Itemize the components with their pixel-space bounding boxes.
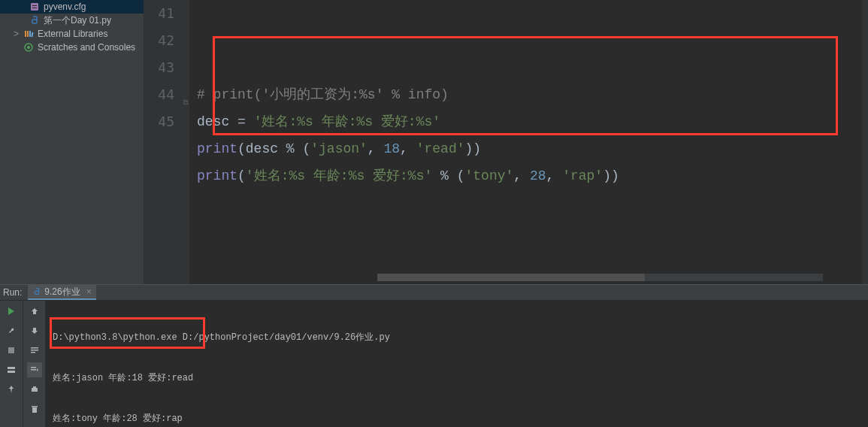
tree-item-label: pyvenv.cfg bbox=[44, 2, 86, 12]
code-token: 'read' bbox=[416, 141, 465, 156]
line-number: 41 bbox=[144, 0, 174, 27]
svg-rect-0 bbox=[31, 3, 38, 11]
code-token: # bbox=[197, 87, 213, 102]
svg-rect-16 bbox=[31, 369, 36, 371]
wrench-icon[interactable] bbox=[4, 323, 19, 338]
code-token: , bbox=[513, 168, 530, 183]
tree-item-pyvenv[interactable]: pyvenv.cfg bbox=[0, 0, 144, 14]
code-line[interactable]: print(desc % ('jason', 18, 'read')) bbox=[197, 135, 862, 162]
code-token: print bbox=[197, 168, 237, 183]
run-header-label: Run: bbox=[3, 287, 22, 298]
code-token: ('小明的工资为:%s' % info) bbox=[254, 87, 449, 102]
svg-rect-19 bbox=[32, 407, 37, 413]
tree-item-scratches[interactable]: Scratches and Consoles bbox=[0, 41, 144, 54]
svg-rect-9 bbox=[8, 347, 14, 353]
close-tab-icon[interactable]: × bbox=[86, 286, 92, 297]
svg-rect-20 bbox=[32, 406, 38, 407]
expand-arrow-icon: > bbox=[14, 29, 21, 39]
svg-rect-14 bbox=[31, 352, 35, 353]
scrollbar-thumb[interactable] bbox=[377, 274, 645, 281]
run-toolbar-secondary bbox=[23, 301, 45, 427]
code-token: , bbox=[400, 141, 416, 156]
svg-rect-3 bbox=[25, 31, 26, 37]
code-token: 'tony' bbox=[464, 168, 513, 183]
code-token: print bbox=[197, 141, 237, 156]
horizontal-scrollbar[interactable] bbox=[377, 274, 823, 281]
code-token: (desc bbox=[237, 141, 286, 156]
output-line: 姓名:jason 年龄:18 爱好:read bbox=[53, 371, 860, 385]
scratches-icon bbox=[23, 42, 35, 53]
command-line: D:\python3.8\python.exe D:/pythonProject… bbox=[53, 331, 860, 344]
up-arrow-icon[interactable] bbox=[27, 304, 42, 319]
code-token: % ( bbox=[286, 141, 310, 156]
svg-rect-1 bbox=[32, 5, 37, 6]
svg-rect-13 bbox=[31, 350, 38, 351]
svg-rect-6 bbox=[31, 32, 33, 37]
line-number-gutter: 41 42 43 44 45 bbox=[144, 0, 189, 284]
code-token: , bbox=[546, 168, 563, 183]
run-toolbar-primary bbox=[0, 301, 23, 427]
svg-point-8 bbox=[27, 46, 30, 49]
code-line[interactable]: print('姓名:%s 年龄:%s 爱好:%s' % ('tony', 28,… bbox=[197, 162, 862, 189]
code-token: )) bbox=[465, 141, 482, 156]
svg-rect-17 bbox=[32, 388, 38, 392]
fold-marker-icon[interactable]: ⊟ bbox=[183, 89, 192, 98]
svg-rect-18 bbox=[33, 386, 36, 388]
config-file-icon bbox=[29, 2, 41, 12]
run-panel-header: Run: 9.26作业 × bbox=[0, 284, 868, 301]
code-line[interactable] bbox=[197, 189, 862, 217]
code-token: print bbox=[213, 87, 254, 102]
line-number: 44 bbox=[144, 81, 174, 108]
code-content[interactable]: ⊟# print('小明的工资为:%s' % info)desc = '姓名:%… bbox=[189, 0, 862, 284]
tree-item-label: External Libraries bbox=[38, 29, 107, 39]
svg-rect-11 bbox=[8, 371, 15, 373]
svg-rect-10 bbox=[8, 367, 15, 369]
output-line: 姓名:tony 年龄:28 爱好:rap bbox=[53, 412, 860, 425]
code-token: '姓名:%s 年龄:%s 爱好:%s' bbox=[254, 114, 440, 129]
code-token: % ( bbox=[432, 168, 464, 183]
svg-rect-5 bbox=[29, 31, 31, 37]
line-number: 42 bbox=[144, 27, 174, 54]
python-icon bbox=[32, 287, 41, 296]
scroll-to-end-icon[interactable] bbox=[27, 362, 42, 377]
run-tab-label: 9.26作业 bbox=[44, 286, 80, 298]
run-tool-window: Run: 9.26作业 × bbox=[0, 284, 868, 427]
run-tab[interactable]: 9.26作业 × bbox=[28, 285, 95, 300]
python-file-icon bbox=[29, 15, 41, 26]
pin-icon[interactable] bbox=[4, 382, 19, 397]
layout-icon[interactable] bbox=[4, 362, 19, 377]
line-number: 45 bbox=[144, 108, 174, 135]
code-token: desc bbox=[197, 114, 237, 129]
tree-item-label: 第一个Day 01.py bbox=[44, 14, 111, 27]
code-editor[interactable]: 41 42 43 44 45 ⊟# print('小明的工资为:%s' % in… bbox=[144, 0, 868, 284]
project-sidebar[interactable]: pyvenv.cfg 第一个Day 01.py > External Libra… bbox=[0, 0, 144, 284]
code-token: 'rap' bbox=[562, 168, 603, 183]
wrap-text-icon[interactable] bbox=[27, 343, 42, 358]
tree-item-label: Scratches and Consoles bbox=[38, 42, 135, 53]
code-token: ( bbox=[237, 168, 246, 183]
svg-rect-2 bbox=[32, 8, 37, 8]
editor-right-gutter bbox=[862, 0, 868, 284]
svg-rect-12 bbox=[31, 347, 38, 349]
down-arrow-icon[interactable] bbox=[27, 323, 42, 338]
tree-item-external-libs[interactable]: > External Libraries bbox=[0, 27, 144, 41]
trash-icon[interactable] bbox=[27, 401, 42, 416]
code-token: '姓名:%s 年龄:%s 爱好:%s' bbox=[246, 168, 432, 183]
tree-item-day01[interactable]: 第一个Day 01.py bbox=[0, 14, 144, 27]
run-console-output[interactable]: D:\python3.8\python.exe D:/pythonProject… bbox=[45, 301, 868, 427]
stop-button[interactable] bbox=[4, 343, 19, 358]
library-icon bbox=[23, 29, 35, 39]
code-token: 28 bbox=[530, 168, 546, 183]
svg-rect-4 bbox=[27, 31, 29, 37]
code-line[interactable]: desc = '姓名:%s 年龄:%s 爱好:%s' bbox=[197, 108, 862, 135]
rerun-button[interactable] bbox=[4, 304, 19, 319]
code-token: 18 bbox=[383, 141, 400, 156]
code-token: )) bbox=[603, 168, 619, 183]
code-token: , bbox=[367, 141, 384, 156]
print-icon[interactable] bbox=[27, 382, 42, 397]
code-token: 'jason' bbox=[310, 141, 367, 156]
line-number: 43 bbox=[144, 54, 174, 81]
code-token: = bbox=[237, 114, 254, 129]
code-line[interactable]: ⊟# print('小明的工资为:%s' % info) bbox=[197, 81, 862, 108]
svg-rect-15 bbox=[31, 367, 36, 368]
